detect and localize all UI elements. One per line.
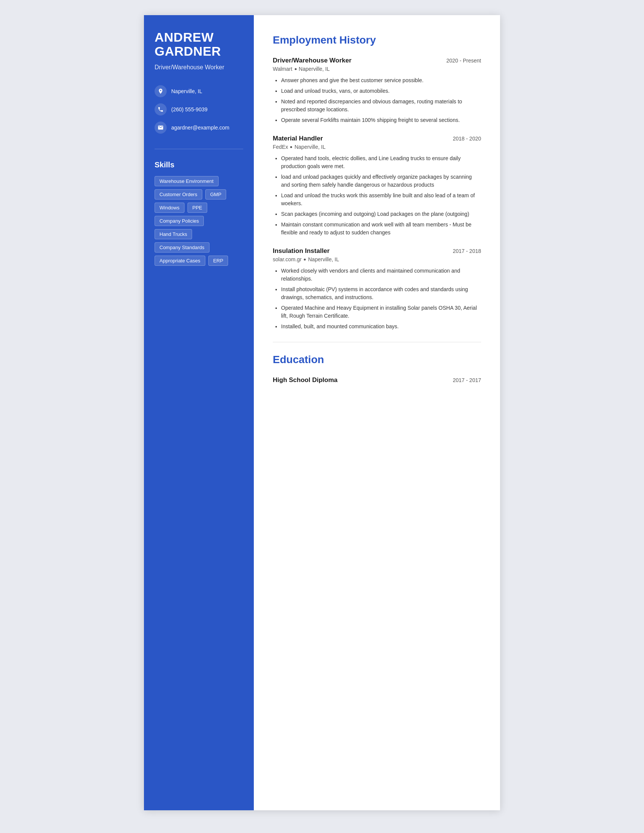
list-item: Installed, built, and mounted communicat… bbox=[281, 323, 481, 331]
resume-container: ANDREW GARDNER Driver/Warehouse Worker N… bbox=[144, 15, 500, 810]
job-block: Material Handler2018 - 2020FedExNapervil… bbox=[273, 135, 481, 236]
skills-section: Skills Warehouse EnvironmentCustomer Ord… bbox=[155, 161, 243, 266]
list-item: Scan packages (incoming and outgoing) Lo… bbox=[281, 210, 481, 218]
job-bullets-list: Operated hand tools, electric dollies, a… bbox=[273, 154, 481, 236]
skill-tag: Company Standards bbox=[155, 242, 209, 252]
candidate-name: ANDREW GARDNER bbox=[155, 30, 243, 59]
skill-tag: Hand Trucks bbox=[155, 229, 192, 239]
list-item: Install photovoltaic (PV) systems in acc… bbox=[281, 286, 481, 301]
job-header: Insulation Installer2017 - 2018 bbox=[273, 247, 481, 255]
skill-tag: Company Policies bbox=[155, 216, 204, 226]
dot-separator bbox=[295, 68, 296, 70]
list-item: Operate several Forklifts maintain 100% … bbox=[281, 116, 481, 124]
main-content: Employment History Driver/Warehouse Work… bbox=[254, 15, 500, 810]
job-dates: 2017 - 2018 bbox=[453, 248, 481, 254]
contact-email: agardner@example.com bbox=[155, 122, 243, 133]
skill-tag: GMP bbox=[205, 189, 227, 199]
company-name: solar.com.gr bbox=[273, 256, 301, 262]
skill-tag: Warehouse Environment bbox=[155, 176, 219, 186]
phone-icon bbox=[155, 103, 167, 116]
job-dates: 2018 - 2020 bbox=[453, 135, 481, 142]
dot-separator bbox=[304, 259, 306, 261]
list-item: Noted and reported discrepancies and obv… bbox=[281, 98, 481, 114]
job-title: Material Handler bbox=[273, 135, 323, 142]
skill-tag: ERP bbox=[208, 256, 229, 266]
edu-dates: 2017 - 2017 bbox=[453, 377, 481, 383]
list-item: Operated hand tools, electric dollies, a… bbox=[281, 154, 481, 170]
location-icon bbox=[155, 85, 167, 97]
job-header: Driver/Warehouse Worker2020 - Present bbox=[273, 57, 481, 64]
edu-degree: High School Diploma bbox=[273, 376, 338, 384]
skill-tag: Customer Orders bbox=[155, 189, 202, 199]
job-dates: 2020 - Present bbox=[446, 58, 481, 64]
employment-section-title: Employment History bbox=[273, 34, 481, 48]
list-item: Operated Machine and Heavy Equipment in … bbox=[281, 304, 481, 320]
list-item: Worked closely with vendors and clients … bbox=[281, 267, 481, 283]
list-item: Maintain constant communication and work… bbox=[281, 221, 481, 236]
email-text: agardner@example.com bbox=[171, 125, 230, 130]
candidate-title: Driver/Warehouse Worker bbox=[155, 63, 243, 72]
job-title: Driver/Warehouse Worker bbox=[273, 57, 351, 64]
job-company: FedExNaperville, IL bbox=[273, 144, 481, 150]
edu-header: High School Diploma2017 - 2017 bbox=[273, 376, 481, 384]
company-name: Walmart bbox=[273, 66, 293, 72]
sidebar: ANDREW GARDNER Driver/Warehouse Worker N… bbox=[144, 15, 254, 810]
company-location: Naperville, IL bbox=[299, 66, 330, 72]
education-container: High School Diploma2017 - 2017 bbox=[273, 376, 481, 384]
contact-location: Naperville, IL bbox=[155, 85, 243, 97]
jobs-container: Driver/Warehouse Worker2020 - PresentWal… bbox=[273, 57, 481, 331]
skills-title: Skills bbox=[155, 161, 243, 169]
job-company: solar.com.grNaperville, IL bbox=[273, 256, 481, 262]
job-company: WalmartNaperville, IL bbox=[273, 66, 481, 72]
phone-text: (260) 555-9039 bbox=[171, 106, 208, 113]
list-item: load and unload packages quickly and eff… bbox=[281, 173, 481, 189]
company-location: Naperville, IL bbox=[295, 144, 325, 150]
dot-separator bbox=[290, 146, 292, 148]
skill-tag: Windows bbox=[155, 203, 185, 213]
email-icon bbox=[155, 122, 167, 133]
education-block: High School Diploma2017 - 2017 bbox=[273, 376, 481, 384]
skill-tag: PPE bbox=[188, 203, 207, 213]
list-item: Answer phones and give the best customer… bbox=[281, 77, 481, 84]
sidebar-divider bbox=[155, 149, 243, 149]
company-location: Naperville, IL bbox=[308, 256, 339, 262]
job-bullets-list: Worked closely with vendors and clients … bbox=[273, 267, 481, 331]
job-header: Material Handler2018 - 2020 bbox=[273, 135, 481, 142]
list-item: Load and unload trucks, vans, or automob… bbox=[281, 87, 481, 95]
job-title: Insulation Installer bbox=[273, 247, 330, 255]
list-item: Load and unload the trucks work this ass… bbox=[281, 191, 481, 207]
skills-tags: Warehouse EnvironmentCustomer OrdersGMPW… bbox=[155, 176, 243, 266]
job-block: Insulation Installer2017 - 2018solar.com… bbox=[273, 247, 481, 331]
education-section-title: Education bbox=[273, 354, 481, 368]
skill-tag: Appropriate Cases bbox=[155, 256, 205, 266]
section-divider bbox=[273, 342, 481, 342]
job-block: Driver/Warehouse Worker2020 - PresentWal… bbox=[273, 57, 481, 124]
job-bullets-list: Answer phones and give the best customer… bbox=[273, 77, 481, 124]
location-text: Naperville, IL bbox=[171, 88, 202, 94]
contact-phone: (260) 555-9039 bbox=[155, 103, 243, 116]
contact-section: Naperville, IL (260) 555-9039 agardner@e… bbox=[155, 85, 243, 133]
company-name: FedEx bbox=[273, 144, 288, 150]
